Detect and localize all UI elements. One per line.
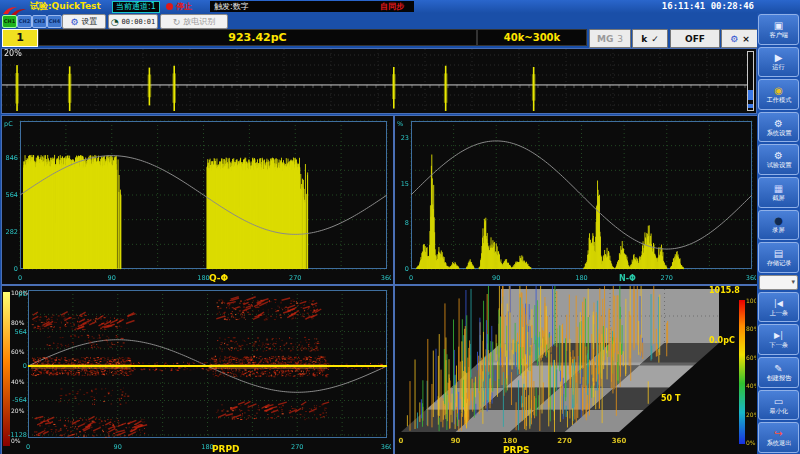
sidebar-item-test-settings[interactable]: ⚙ 试验设置 <box>758 144 799 175</box>
voltage-range-readout: 40k~300k <box>477 29 587 46</box>
mg-button[interactable]: MG 3 <box>589 29 631 48</box>
sidebar-item-next[interactable]: ▶| 下一条 <box>758 324 799 355</box>
pulse-strip-chart <box>2 49 754 111</box>
work-mode-icon: ◉ <box>774 85 783 96</box>
main-window: 试验:QuickTest 当前通道:1 停止 触发:数字 自同步 16:11:4… <box>0 0 800 454</box>
sidebar-item-client[interactable]: ▣ 客户端 <box>758 14 799 45</box>
threshold-label: 20% <box>4 49 22 58</box>
channel-number-badge: 1 <box>2 29 38 47</box>
channel-button-ch1[interactable]: CH1 <box>2 15 17 28</box>
sidebar-item-create-report[interactable]: ✎ 创建报告 <box>758 357 799 388</box>
q-phi-panel: Q-Φ <box>1 115 394 285</box>
title-bar: 试验:QuickTest 当前通道:1 停止 触发:数字 自同步 16:11:4… <box>0 0 800 13</box>
settings-button[interactable]: ⚙ 设置 <box>62 14 106 29</box>
panel-settings-close-button[interactable]: ⚙ × <box>721 29 759 48</box>
clock-time: 16:11:41 00:28:46 <box>662 0 754 13</box>
prpd-label: PRPD <box>212 444 240 454</box>
gear-icon: ⚙ <box>70 17 78 27</box>
sidebar-item-previous[interactable]: |◀ 上一条 <box>758 292 799 323</box>
channel-button-ch3[interactable]: CH3 <box>32 15 47 28</box>
prpd-chart <box>2 286 391 453</box>
discharge-id-button[interactable]: ↻ 放电识别 <box>160 14 228 29</box>
trigger-status: 触发:数字 <box>210 1 370 12</box>
exit-icon: ↪ <box>774 428 782 439</box>
channel-button-ch4[interactable]: CH4 <box>47 15 62 28</box>
n-phi-label: N-Φ <box>619 274 636 283</box>
pulse-strip-panel: 20% <box>1 48 757 114</box>
sidebar-item-screenshot[interactable]: ▦ 截屏 <box>758 177 799 208</box>
stop-label: 停止 <box>176 0 192 13</box>
prps-label: PRPS <box>503 445 530 454</box>
channel-toolbar: CH1 CH2 CH3 CH4 ⚙ 设置 ◔ 00:00:01 ↻ 放电识别 <box>0 13 757 29</box>
gear-icon: ⚙ <box>730 34 738 44</box>
check-icon: ✓ <box>651 34 659 44</box>
current-channel-badge: 当前通道:1 <box>112 1 160 13</box>
minimize-icon: ▭ <box>774 396 783 407</box>
next-icon: ▶| <box>774 330 783 341</box>
clock-icon: ◔ <box>111 17 119 27</box>
sidebar-item-system-settings[interactable]: ⚙ 系统设置 <box>758 112 799 143</box>
sidebar-item-screen-record[interactable]: ● 录屏 <box>758 210 799 241</box>
off-button[interactable]: OFF <box>670 29 720 48</box>
sidebar-item-exit[interactable]: ↪ 系统退出 <box>758 422 799 453</box>
screenshot-icon: ▦ <box>774 183 783 194</box>
stop-indicator-icon <box>166 3 173 10</box>
k-unit-button[interactable]: k ✓ <box>632 29 668 48</box>
storage-icon: ▤ <box>774 248 783 259</box>
n-phi-chart <box>395 116 756 282</box>
strip-scrollbar[interactable] <box>747 51 754 111</box>
previous-icon: |◀ <box>774 298 783 309</box>
sync-status: 自同步 <box>370 1 414 12</box>
run-icon: ▶ <box>775 52 783 63</box>
chevron-down-icon: ▾ <box>791 278 795 286</box>
pd-magnitude-readout: 923.42pC <box>38 29 477 46</box>
prps-max-value: 1015.8 <box>709 286 740 295</box>
q-phi-chart <box>2 116 391 282</box>
timer-display[interactable]: ◔ 00:00:01 <box>108 14 158 29</box>
q-phi-label: Q-Φ <box>209 273 228 283</box>
close-icon: × <box>742 34 750 44</box>
prps-zero-value: 0.0pC <box>709 336 735 345</box>
record-selector[interactable]: ▾ <box>759 275 798 290</box>
n-phi-panel: N-Φ <box>394 115 759 285</box>
prps-chart <box>395 286 756 453</box>
sidebar-item-run[interactable]: ▶ 运行 <box>758 47 799 78</box>
test-settings-gear-icon: ⚙ <box>774 150 783 161</box>
measurement-bar: 1 923.42pC 40k~300k MG 3 k ✓ OFF ⚙ × <box>0 29 757 47</box>
sidebar: ▣ 客户端 ▶ 运行 ◉ 工作模式 ⚙ 系统设置 ⚙ 试验设置 ▦ 截屏 ● 录… <box>757 13 800 454</box>
channel-button-ch2[interactable]: CH2 <box>17 15 32 28</box>
prps-depth-value: 50 T <box>661 394 680 403</box>
record-icon: ● <box>774 215 783 226</box>
system-settings-gear-icon: ⚙ <box>774 118 783 129</box>
client-icon: ▣ <box>774 20 783 31</box>
sidebar-item-storage-records[interactable]: ▤ 存储记录 <box>758 242 799 273</box>
report-icon: ✎ <box>774 363 782 374</box>
refresh-icon: ↻ <box>173 17 181 27</box>
prpd-panel: PRPD <box>1 285 394 454</box>
sidebar-item-work-mode[interactable]: ◉ 工作模式 <box>758 79 799 110</box>
test-name-label: 试验:QuickTest <box>30 0 101 13</box>
prps-panel: PRPS 1015.8 0.0pC 50 T <box>394 285 759 454</box>
sidebar-item-minimize[interactable]: ▭ 最小化 <box>758 390 799 421</box>
